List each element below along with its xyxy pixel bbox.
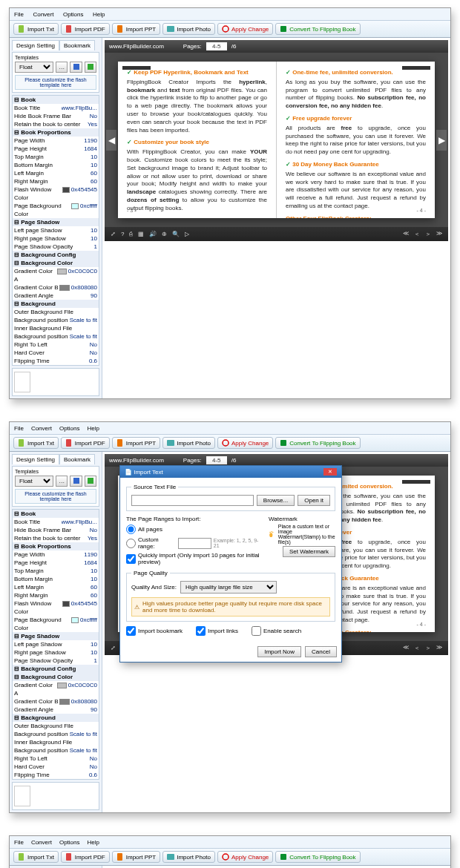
property-tree[interactable]: ⊟ BookBook Titlewww.FlipBu...Hide Book F… [12, 95, 99, 366]
export-icon [87, 63, 94, 70]
cancel-button[interactable]: Cancel [305, 646, 337, 657]
svg-rect-2 [117, 25, 122, 33]
import-photo-button[interactable]: Import Photo [162, 437, 215, 449]
right-page: ✓ One-time fee, unlimited conversion.As … [277, 62, 435, 218]
menu-convert[interactable]: Convert [33, 11, 53, 18]
warning-banner: ⚠High values produce better page quality… [131, 597, 330, 617]
fullscreen-icon[interactable]: ⤢ [111, 231, 116, 237]
enable-search-checkbox[interactable] [252, 626, 261, 636]
print-icon[interactable]: ⎙ [129, 231, 133, 237]
import-txt-button[interactable]: Import Txt [13, 437, 59, 449]
next-page-arrow[interactable]: ▶ [436, 130, 447, 151]
menu-file[interactable]: File [14, 11, 24, 18]
import-links-checkbox[interactable] [196, 626, 206, 636]
apply-change-button[interactable]: Apply Change [217, 23, 273, 35]
svg-rect-22 [117, 853, 122, 861]
browse-button[interactable]: Browse... [257, 495, 295, 506]
prev-page-arrow[interactable]: ◀ [106, 130, 116, 151]
convert-button[interactable]: Convert To Flipping Book [275, 437, 360, 449]
menubar: File Convert Options Help [10, 8, 450, 21]
tab-bookmark[interactable]: Bookmark [59, 40, 95, 50]
search-icon[interactable]: 🔍 [172, 231, 180, 237]
toolbar: Import Txt Import PDF Import PPT Import … [10, 21, 450, 38]
menu-help[interactable]: Help [93, 11, 105, 18]
import-ppt-button[interactable]: Import PPT [112, 437, 160, 449]
refresh-icon [222, 25, 229, 33]
last-page-icon[interactable]: ≫ [436, 230, 442, 238]
side-panel: Design SettingBookmark Templates Float …… [10, 38, 102, 398]
warning-icon: ⚠ [134, 604, 139, 611]
first-page-icon[interactable]: ≪ [403, 230, 409, 238]
svg-rect-9 [66, 439, 71, 447]
doc-icon [65, 25, 73, 33]
viewer-url: www.FlipBuilder.com [109, 43, 164, 50]
help-icon[interactable]: ? [121, 231, 124, 237]
tab-design[interactable]: Design Setting [12, 40, 59, 50]
open-button[interactable]: Open it [298, 495, 330, 506]
quality-select[interactable]: High quality large file size [180, 581, 277, 594]
import-photo-button[interactable]: Import Photo [162, 23, 215, 35]
svg-rect-1 [66, 25, 71, 33]
page-thumb-strip[interactable] [12, 368, 99, 396]
import-ppt-button[interactable]: Import PPT [112, 23, 160, 35]
doc-icon [116, 25, 124, 33]
template-browse-button[interactable]: … [56, 62, 68, 73]
svg-rect-10 [117, 439, 122, 447]
set-watermark-button[interactable]: Set Watermark [283, 546, 335, 557]
viewer-header: www.FlipBuilder.com Pages: /6 [105, 40, 448, 53]
import-bookmark-checkbox[interactable] [126, 626, 136, 636]
doc-icon [18, 25, 25, 33]
page-thumb[interactable] [14, 372, 30, 392]
sound-icon[interactable]: 🔊 [149, 231, 157, 237]
template-save-button[interactable] [70, 62, 82, 73]
svg-rect-21 [66, 853, 71, 861]
footprint-icon [269, 526, 276, 542]
convert-button[interactable]: Convert To Flipping Book [275, 23, 360, 35]
menu-options[interactable]: Options [63, 11, 84, 18]
template-select[interactable]: Float [15, 62, 53, 73]
svg-point-24 [223, 854, 229, 860]
svg-rect-25 [280, 854, 286, 860]
left-page: ✓ Keep PDF Hyperlink, Bookmark and TextF… [118, 62, 277, 218]
apply-change-button[interactable]: Apply Change [217, 437, 273, 449]
pages-total: /6 [231, 43, 237, 50]
import-pdf-button[interactable]: Import PDF [61, 23, 110, 35]
next-page-icon[interactable]: ＞ [425, 230, 431, 238]
import-text-dialog: 📄 Import Text✕ Source Text File Browse..… [119, 465, 342, 662]
save-icon [73, 63, 80, 70]
custom-range-input[interactable] [178, 538, 211, 549]
app-window-2: FileConvertOptionsHelp Import Txt Import… [9, 421, 451, 813]
book-viewer: www.FlipBuilder.com Pages: /6 ◀ ▶ ✓ Keep… [102, 38, 450, 398]
page-input[interactable] [206, 42, 227, 50]
template-hint: Please customize the flash template here [15, 75, 96, 90]
thumbnails-icon[interactable]: ▦ [138, 231, 144, 237]
svg-rect-6 [73, 64, 79, 70]
svg-point-16 [269, 533, 272, 537]
svg-rect-7 [88, 64, 93, 70]
svg-rect-14 [73, 478, 79, 484]
import-pdf-button[interactable]: Import PDF [61, 437, 110, 449]
page-spread: ✓ Keep PDF Hyperlink, Bookmark and TextF… [118, 62, 435, 218]
custom-range-radio[interactable] [126, 539, 136, 548]
svg-rect-8 [19, 439, 24, 447]
svg-point-4 [223, 26, 229, 32]
prev-page-icon[interactable]: ＜ [414, 230, 420, 238]
import-txt-button[interactable]: Import Txt [13, 23, 59, 35]
zoom-icon[interactable]: ⊕ [162, 231, 167, 237]
pages-label: Pages: [183, 43, 202, 50]
template-export-button[interactable] [85, 62, 96, 73]
autoplay-icon[interactable]: ▷ [185, 231, 189, 237]
svg-rect-5 [280, 26, 286, 32]
svg-point-19 [272, 532, 273, 533]
source-file-input[interactable] [131, 495, 254, 506]
import-now-button[interactable]: Import Now [257, 646, 301, 657]
quick-import-checkbox[interactable] [126, 554, 136, 564]
templates-label: Templates [15, 55, 96, 60]
close-icon[interactable]: ✕ [323, 468, 337, 476]
all-pages-radio[interactable] [126, 525, 136, 534]
svg-rect-3 [167, 26, 174, 32]
viewer-toolbar: ⤢ ? ⎙ ▦ 🔊 ⊕ 🔍 ▷ ≪ ＜ ＞ ≫ [105, 227, 448, 241]
book-icon [280, 25, 287, 33]
app-window-1: File Convert Options Help Import Txt Imp… [9, 7, 451, 399]
doc-icon: 📄 [125, 469, 132, 476]
